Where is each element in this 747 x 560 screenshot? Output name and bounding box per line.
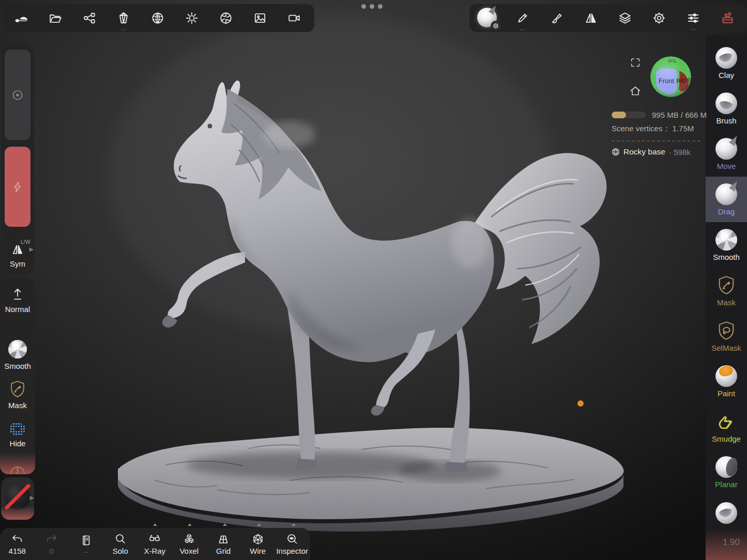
tool-label: Move — [717, 162, 736, 170]
stroke-button[interactable]: … — [506, 4, 540, 32]
tool-label: Mask — [717, 299, 736, 306]
smooth-sphere-icon — [8, 340, 27, 359]
tool-smudge[interactable]: Smudge — [706, 404, 747, 449]
notes-more-dots: … — [83, 548, 89, 554]
scene-vertices-row: Scene vertices： 1.75M — [612, 124, 703, 134]
tool-smooth[interactable]: Smooth — [706, 222, 747, 268]
bottom-toolbar: 4158 0 … Solo X-Ray Voxel — [0, 528, 310, 560]
notebook-icon — [80, 534, 92, 547]
tool-planar[interactable]: Planar — [706, 449, 747, 495]
parameters-button[interactable]: … — [676, 4, 710, 32]
topology-button[interactable] — [141, 4, 175, 32]
tool-label: SelMask — [711, 344, 741, 352]
mirror-triangle-icon — [584, 11, 598, 25]
camera-button[interactable] — [277, 4, 311, 32]
tool-paint[interactable]: Paint — [706, 359, 747, 404]
solo-button[interactable]: Solo — [103, 528, 138, 560]
home-view-button[interactable] — [629, 85, 642, 99]
background-image-button[interactable] — [243, 4, 277, 32]
tool-mask[interactable]: Mask — [706, 268, 747, 313]
stroke-more-dots: … — [520, 25, 526, 31]
quick-mask-button[interactable]: Mask — [0, 380, 35, 410]
panel-bottom-glow — [1, 506, 34, 520]
settings-button[interactable] — [642, 4, 676, 32]
tool-label: Smooth — [713, 253, 740, 261]
files-button[interactable] — [38, 4, 72, 32]
glasses-icon — [148, 533, 161, 546]
arrow-up-underline-icon — [11, 287, 24, 302]
home-icon — [629, 85, 642, 97]
scene-vertices-value: 1.75M — [673, 124, 694, 133]
tool-move[interactable]: Move — [706, 131, 747, 177]
tool-drag[interactable]: Drag — [706, 177, 747, 222]
paintbrush-icon — [550, 11, 563, 25]
scene-graph-button[interactable] — [72, 4, 106, 32]
fullscreen-button[interactable] — [630, 57, 641, 70]
redo-count: 0 — [50, 547, 54, 555]
quick-smooth-label: Smooth — [0, 362, 35, 370]
redo-arrow-icon — [45, 533, 58, 546]
dashed-separator — [612, 141, 700, 142]
postprocess-button[interactable] — [209, 4, 243, 32]
partial-sphere-icon — [715, 502, 737, 524]
tool-partial-next[interactable] — [706, 495, 747, 531]
symmetry-expand-arrow[interactable]: ▶ — [29, 246, 34, 253]
aperture-icon — [219, 11, 233, 25]
notes-button[interactable]: … — [69, 528, 103, 560]
intensity-slider[interactable] — [5, 147, 31, 227]
tool-label: Planar — [715, 480, 737, 488]
viewport-zoom-value: 1.90 — [723, 537, 740, 548]
alpha-texture-panel[interactable]: ▶ — [1, 477, 34, 520]
magnifier-icon — [114, 533, 127, 546]
undo-button[interactable]: 4158 — [0, 528, 35, 560]
quick-hide-button[interactable]: Hide — [0, 423, 35, 448]
lighting-button[interactable] — [175, 4, 209, 32]
quick-smooth-button[interactable]: Smooth — [0, 340, 35, 370]
tool-brush[interactable]: Brush — [706, 86, 747, 131]
toolbox-button[interactable] — [710, 4, 744, 32]
layers-button[interactable] — [608, 4, 642, 32]
app-menu-button[interactable] — [4, 4, 38, 32]
object-vertex-count: · 598k — [669, 148, 691, 157]
wire-button[interactable]: Wire — [241, 528, 276, 560]
selmask-shield-icon — [718, 320, 735, 341]
object-row[interactable]: Rocky base · 598k — [612, 147, 703, 157]
inspector-button[interactable]: Inspector — [275, 528, 310, 560]
xray-button[interactable]: X-Ray — [138, 528, 172, 560]
falloff-panel: Normal — [0, 278, 35, 331]
navigation-sphere[interactable]: Front Right Top — [650, 56, 692, 98]
primitive-button[interactable]: … — [106, 4, 141, 32]
top-left-toolbar: … — [4, 4, 314, 32]
scene-vertices-label: Scene vertices： — [612, 124, 670, 133]
undo-count: 4158 — [9, 547, 26, 555]
grid-icon — [217, 533, 230, 546]
inspector-label: Inspector — [276, 547, 308, 555]
drag-sphere-icon — [715, 183, 737, 205]
grid-button[interactable]: Grid — [206, 528, 241, 560]
material-button[interactable] — [469, 4, 506, 32]
alpha-expand-arrow[interactable]: ▶ — [30, 494, 34, 501]
video-camera-icon — [287, 11, 301, 25]
memory-bar — [612, 112, 646, 118]
tool-clay[interactable]: Clay — [706, 40, 747, 86]
gear-icon — [652, 11, 666, 25]
voxel-cubes-icon — [183, 533, 195, 546]
scene-stats: 995 MB / 666 M Scene vertices： 1.75M Roc… — [612, 111, 703, 157]
solo-label: Solo — [113, 547, 128, 555]
sliders-icon — [687, 11, 700, 25]
redo-button[interactable]: 0 — [35, 528, 69, 560]
inspector-caret-icon — [292, 523, 296, 526]
painting-button[interactable] — [540, 4, 574, 32]
voxel-button[interactable]: Voxel — [172, 528, 207, 560]
quick-hide-label: Hide — [0, 439, 35, 448]
wireframe-icon — [252, 533, 264, 546]
mirror-button[interactable] — [574, 4, 608, 32]
tool-selmask[interactable]: SelMask — [706, 313, 747, 359]
voxel-label: Voxel — [179, 547, 199, 555]
radius-slider[interactable] — [5, 50, 31, 140]
falloff-normal-button[interactable]: Normal — [0, 287, 35, 314]
paint-sphere-icon — [715, 365, 737, 387]
grid-caret-icon — [223, 523, 227, 526]
sculpt-viewport[interactable] — [0, 0, 747, 560]
quick-mask-label: Mask — [0, 401, 35, 410]
